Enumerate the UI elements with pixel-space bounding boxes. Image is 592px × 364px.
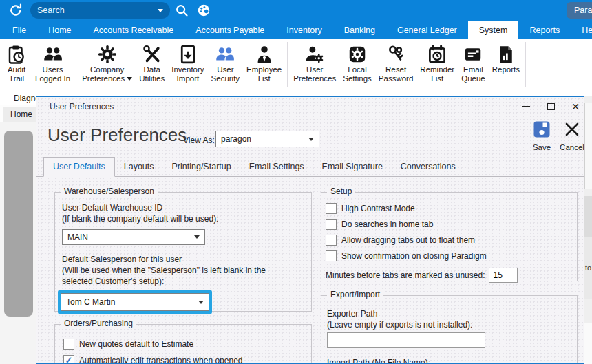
gear-square-icon: [346, 43, 368, 65]
document-chart-icon: [495, 43, 517, 65]
salesperson-hint-1: (Will be used when the "Salesperson" is …: [62, 265, 304, 276]
menu-item-reports[interactable]: Reports: [518, 21, 571, 39]
brand-label: Parad: [574, 6, 592, 15]
search-input[interactable]: Search: [30, 2, 170, 19]
person-tie-icon: [253, 43, 275, 65]
background-fragment: [584, 196, 592, 237]
menu-item-system[interactable]: System: [468, 21, 519, 39]
view-as-dropdown[interactable]: paragon: [215, 131, 319, 147]
calendar-clock-icon: [426, 43, 448, 65]
keys-icon: [385, 43, 407, 65]
group-title: Export/Import: [327, 290, 383, 299]
search-dropdown-caret-icon[interactable]: [158, 9, 163, 12]
maximize-icon[interactable]: [540, 98, 561, 115]
ribbon-audit-trail-button[interactable]: Audit Trail: [1, 42, 32, 85]
option-high-contrast: High Contrast Mode: [326, 203, 570, 214]
import-path-label: Import Path (No File Name):: [327, 357, 570, 364]
users-blue-icon: [214, 43, 236, 65]
checkbox[interactable]: [326, 203, 337, 214]
ribbon-data-utilities-button[interactable]: Data Utilities: [136, 42, 168, 85]
checkbox[interactable]: [326, 250, 337, 261]
tab-conversations[interactable]: Conversations: [392, 158, 465, 176]
dialog-titlebar[interactable]: User Preferences ✕: [36, 97, 584, 116]
document-arrow-icon: [177, 43, 199, 65]
tab-printing-startup[interactable]: Printing/Startup: [163, 158, 240, 176]
brand-button[interactable]: Parad: [567, 2, 592, 19]
ribbon-email-queue-button[interactable]: Email Queue: [458, 42, 489, 85]
background-ribbon-tab: Diagno: [0, 93, 36, 105]
top-bar: Search Parad: [0, 0, 592, 21]
dialog-content: Warehouse/Salesperson User Default Wareh…: [36, 177, 584, 364]
menu-item-banking[interactable]: Banking: [333, 21, 386, 39]
search-placeholder: Search: [37, 6, 65, 15]
menu-item-home[interactable]: Home: [37, 21, 82, 39]
minimize-icon[interactable]: [516, 98, 536, 115]
group-setup: Setup High Contrast Mode Do searches in …: [321, 192, 578, 281]
chevron-down-icon: [127, 77, 132, 81]
group-orders-purchasing: Orders/Purchasing New quotes default to …: [54, 324, 312, 364]
chevron-down-icon: [198, 301, 204, 304]
salesperson-value: Tom C Martin: [66, 297, 115, 307]
menu-item-help[interactable]: Help: [571, 21, 592, 39]
dialog-title: User Preferences: [50, 102, 114, 111]
view-as-value: paragon: [221, 134, 251, 144]
search-icon[interactable]: [174, 3, 189, 18]
ribbon-local-settings-button[interactable]: Local Settings: [339, 42, 375, 85]
checkbox[interactable]: [326, 219, 337, 230]
view-as-label: View As:: [183, 136, 215, 145]
close-icon[interactable]: ✕: [565, 98, 584, 115]
app-window: Search Parad File Home Accounts Receivab…: [0, 0, 592, 364]
salesperson-label: Default Salesperson for this user: [62, 254, 304, 265]
ribbon-reports-button[interactable]: Reports: [489, 42, 523, 76]
menu-item-general-ledger[interactable]: General Ledger: [386, 21, 468, 39]
dialog-tab-strip: User Defaults Layouts Printing/Startup E…: [36, 158, 584, 177]
exporter-path-hint: (Leave empty if exports is not installed…: [327, 319, 570, 330]
minutes-input[interactable]: [489, 268, 518, 283]
background-window: Diagno Home: [0, 93, 36, 364]
warehouse-id-hint: (If blank the company default will be us…: [62, 213, 304, 224]
checkbox[interactable]: [63, 339, 74, 350]
ribbon-inventory-import-button[interactable]: Inventory Import: [168, 42, 207, 85]
palette-icon[interactable]: [196, 3, 211, 18]
ribbon-reminder-list-button[interactable]: Reminder List: [416, 42, 458, 85]
tab-home[interactable]: Home: [3, 107, 40, 122]
tab-email-signature[interactable]: Email Signature: [313, 158, 392, 176]
warehouse-value: MAIN: [67, 233, 88, 242]
ribbon-company-preferences-button[interactable]: Company Preferences: [78, 42, 136, 85]
page-title: User Preferences: [47, 125, 187, 146]
exporter-path-input[interactable]: [327, 332, 485, 348]
background-fragment: [584, 323, 592, 364]
refresh-icon[interactable]: [8, 3, 23, 18]
gear-icon: [96, 43, 118, 65]
group-title: Warehouse/Salesperson: [61, 186, 158, 196]
tab-email-settings[interactable]: Email Settings: [240, 158, 313, 176]
ribbon-toolbar: Audit Trail Users Logged In Company Pref…: [0, 39, 592, 93]
save-button[interactable]: Save: [528, 120, 556, 151]
group-title: Setup: [327, 186, 355, 196]
background-list-placeholder: [4, 131, 33, 317]
salesperson-dropdown[interactable]: Tom C Martin: [61, 293, 209, 311]
checkbox[interactable]: [326, 235, 337, 246]
background-window-edge: to: [584, 96, 592, 364]
tab-layouts[interactable]: Layouts: [115, 158, 163, 176]
ribbon-users-logged-in-button[interactable]: Users Logged In: [32, 42, 74, 85]
email-queue-icon: [462, 43, 484, 65]
menu-item-accounts-receivable[interactable]: Accounts Receivable: [83, 21, 185, 39]
salesperson-hint-2: selected Customer's setup):: [62, 276, 304, 287]
x-icon: [563, 120, 581, 141]
menu-item-accounts-payable[interactable]: Accounts Payable: [184, 21, 275, 39]
ribbon-user-security-button[interactable]: User Security: [208, 42, 244, 85]
tab-user-defaults[interactable]: User Defaults: [43, 157, 115, 177]
option-search-home-tab: Do searches in home tab: [326, 219, 570, 230]
menu-item-file[interactable]: File: [1, 21, 37, 39]
group-title: Orders/Purchasing: [61, 319, 136, 328]
cancel-button[interactable]: Cancel: [557, 120, 584, 151]
background-fragment: [584, 103, 592, 189]
warehouse-dropdown[interactable]: MAIN: [62, 229, 205, 245]
ribbon-user-preferences-button[interactable]: User Preferences: [290, 42, 339, 85]
menu-item-inventory[interactable]: Inventory: [275, 21, 332, 39]
users-icon: [42, 43, 64, 65]
ribbon-employee-list-button[interactable]: Employee List: [243, 42, 285, 85]
ribbon-reset-password-button[interactable]: Reset Password: [375, 42, 417, 85]
checkbox-checked[interactable]: ✓: [63, 355, 74, 364]
